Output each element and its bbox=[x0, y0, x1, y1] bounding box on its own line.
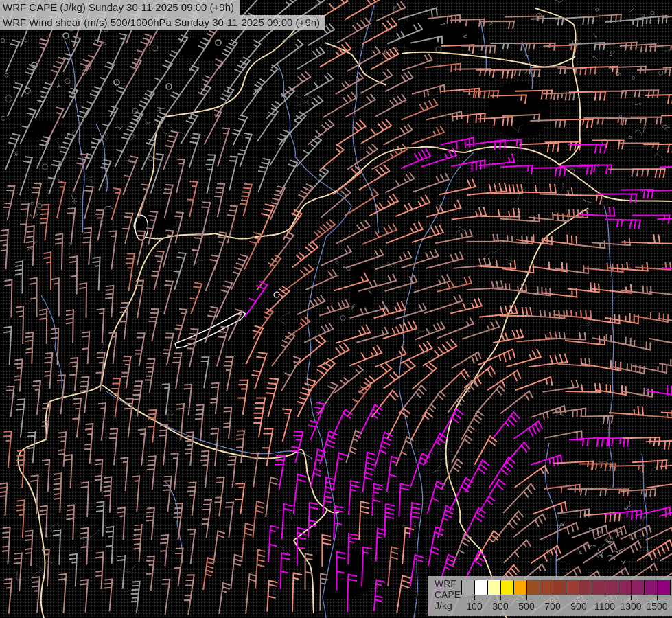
legend-tick-label: 900 bbox=[570, 601, 586, 612]
legend-tick-mark bbox=[579, 595, 579, 600]
lake-neusiedl bbox=[135, 215, 148, 240]
legend-color-cell bbox=[488, 580, 501, 595]
legend-color-cell bbox=[553, 580, 566, 595]
legend-tick-mark bbox=[631, 595, 632, 600]
legend-label-unit: J/kg bbox=[435, 600, 461, 611]
weather-map-stage: WRF CAPE (J/kg) Sunday 30-11-2025 09:00 … bbox=[0, 0, 672, 618]
legend-color-cell bbox=[501, 580, 514, 595]
legend-tick-mark bbox=[553, 595, 553, 600]
legend-color-cell bbox=[475, 580, 488, 595]
cape-legend-tickmarks bbox=[461, 595, 671, 601]
legend-color-cell bbox=[514, 580, 527, 595]
legend-label-model: WRF bbox=[435, 578, 461, 589]
legend-tick-mark bbox=[474, 595, 475, 600]
legend-color-cell bbox=[658, 580, 671, 595]
legend-color-cell bbox=[618, 580, 632, 595]
legend-color-cell bbox=[592, 580, 605, 595]
legend-tick-label: 100 bbox=[466, 601, 482, 612]
legend-tick-label: 500 bbox=[518, 601, 534, 612]
legend-tick-mark bbox=[657, 595, 658, 600]
legend-tick-mark bbox=[500, 595, 501, 600]
legend-tick-label: 1300 bbox=[620, 601, 641, 612]
legend-color-cell bbox=[605, 580, 618, 595]
legend-color-cell bbox=[461, 580, 475, 595]
legend-color-cell bbox=[645, 580, 658, 595]
map-title-cape: WRF CAPE (J/kg) Sunday 30-11-2025 09:00 … bbox=[0, 0, 240, 15]
map-title-windshear-text: WRF Wind shear (m/s) 500/1000hPa Sunday … bbox=[3, 16, 320, 28]
map-title-windshear: WRF Wind shear (m/s) 500/1000hPa Sunday … bbox=[0, 15, 325, 30]
legend-tick-label: 300 bbox=[492, 601, 508, 612]
cape-legend-ticklabels: 100300500700900110013001500 bbox=[461, 601, 671, 613]
cape-legend-labels: WRF CAPE J/kg bbox=[435, 578, 461, 611]
legend-color-cell bbox=[566, 580, 579, 595]
legend-color-cell bbox=[540, 580, 553, 595]
legend-color-cell bbox=[527, 580, 540, 595]
legend-tick-label: 1500 bbox=[646, 601, 667, 612]
legend-label-variable: CAPE bbox=[435, 589, 461, 600]
cape-legend-colorbar bbox=[461, 580, 671, 595]
map-title-cape-text: WRF CAPE (J/kg) Sunday 30-11-2025 09:00 … bbox=[3, 1, 234, 13]
legend-tick-mark bbox=[526, 595, 527, 600]
legend-tick-mark bbox=[605, 595, 605, 600]
legend-color-cell bbox=[579, 580, 592, 595]
cape-legend: WRF CAPE J/kg 10030050070090011001300150… bbox=[428, 576, 672, 616]
legend-tick-label: 1100 bbox=[594, 601, 615, 612]
legend-color-cell bbox=[632, 580, 645, 595]
weather-map bbox=[0, 0, 672, 618]
legend-tick-label: 700 bbox=[544, 601, 560, 612]
